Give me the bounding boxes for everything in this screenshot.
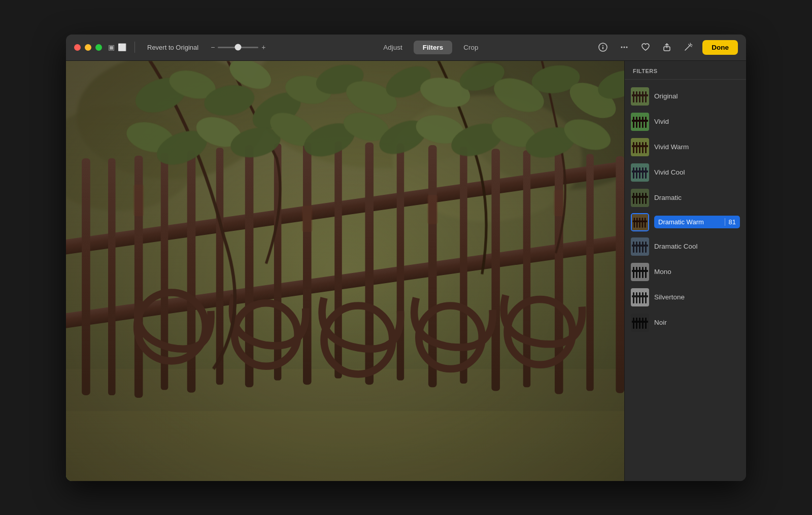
- svg-rect-108: [642, 193, 644, 204]
- svg-rect-100: [639, 167, 640, 179]
- brightness-slider-thumb[interactable]: [235, 44, 242, 51]
- info-button[interactable]: [596, 40, 610, 54]
- filter-item-dramatic[interactable]: Dramatic: [625, 185, 746, 211]
- filter-label-silvertone: Silvertone: [654, 293, 740, 301]
- filter-label-dramatic-warm: Dramatic Warm: [658, 218, 723, 226]
- filter-label-container-silvertone: Silvertone: [654, 291, 740, 303]
- filter-item-vivid-warm[interactable]: Vivid Warm: [625, 134, 746, 160]
- done-button[interactable]: Done: [702, 40, 738, 55]
- slider-plus-icon[interactable]: +: [261, 43, 265, 51]
- svg-rect-119: [633, 242, 634, 253]
- svg-rect-128: [639, 267, 640, 278]
- filter-thumbnail-original: [631, 87, 649, 106]
- svg-rect-75: [66, 61, 624, 481]
- brightness-slider-track[interactable]: [218, 47, 258, 48]
- svg-rect-106: [636, 193, 637, 204]
- svg-rect-93: [639, 142, 640, 153]
- svg-rect-115: [642, 218, 644, 228]
- more-button[interactable]: [617, 40, 631, 54]
- filter-thumbnail-vivid-warm: [631, 138, 649, 156]
- svg-rect-81: [645, 91, 647, 102]
- filter-label-vivid-cool: Vivid Cool: [654, 168, 740, 176]
- filter-thumbnail-vivid: [631, 113, 649, 131]
- filter-label-container-dramatic: Dramatic: [654, 192, 740, 203]
- filter-item-noir[interactable]: Noir: [625, 310, 746, 335]
- filter-thumbnail-vivid-cool: [631, 163, 649, 182]
- svg-rect-135: [639, 292, 640, 303]
- filter-label-container-vivid-warm: Vivid Warm: [654, 141, 740, 153]
- filter-label-vivid: Vivid: [654, 118, 740, 125]
- filter-item-dramatic-warm[interactable]: Dramatic Warm 81: [625, 211, 746, 234]
- svg-rect-101: [642, 167, 644, 179]
- filter-label-container-vivid-cool: Vivid Cool: [654, 166, 740, 178]
- minimize-button[interactable]: [85, 44, 91, 51]
- filter-label-mono: Mono: [654, 268, 740, 276]
- svg-rect-120: [636, 242, 637, 253]
- tab-crop[interactable]: Crop: [454, 41, 487, 54]
- filter-item-silvertone[interactable]: Silvertone: [625, 285, 746, 310]
- svg-rect-133: [633, 292, 634, 303]
- photo-area: [66, 61, 624, 481]
- svg-rect-102: [645, 167, 647, 179]
- svg-rect-91: [633, 142, 634, 153]
- svg-rect-88: [645, 117, 647, 128]
- svg-rect-116: [645, 218, 646, 228]
- svg-rect-103: [632, 170, 648, 173]
- filter-item-dramatic-cool[interactable]: Dramatic Cool: [625, 234, 746, 259]
- svg-rect-84: [633, 117, 634, 128]
- filter-thumbnail-silvertone: [631, 288, 649, 306]
- titlebar: ▣ ⬜ Revert to Original − + Adjust Filter…: [66, 35, 746, 61]
- svg-rect-85: [636, 117, 637, 128]
- photo-canvas: [66, 61, 624, 481]
- revert-button[interactable]: Revert to Original: [143, 42, 202, 53]
- svg-rect-96: [632, 145, 648, 147]
- share-button[interactable]: [660, 40, 674, 54]
- divider: [134, 42, 135, 53]
- filter-thumbnail-dramatic-warm: [631, 213, 649, 231]
- svg-rect-113: [636, 218, 638, 228]
- main-content: FILTERS Original: [66, 61, 746, 481]
- filter-label-container-mono: Mono: [654, 266, 740, 278]
- svg-rect-140: [633, 318, 634, 329]
- svg-rect-121: [639, 242, 640, 253]
- compare-view-icon[interactable]: ⬜: [118, 43, 126, 51]
- nav-tabs: Adjust Filters Crop: [374, 41, 487, 54]
- filter-item-original[interactable]: Original: [625, 84, 746, 109]
- filter-thumbnail-mono: [631, 263, 649, 281]
- svg-rect-78: [636, 91, 637, 102]
- filter-item-vivid-cool[interactable]: Vivid Cool: [625, 160, 746, 185]
- filter-label-dramatic: Dramatic: [654, 194, 740, 201]
- tab-adjust[interactable]: Adjust: [374, 41, 412, 54]
- filter-item-vivid[interactable]: Vivid: [625, 109, 746, 134]
- svg-rect-136: [642, 292, 644, 303]
- svg-rect-142: [639, 318, 640, 329]
- favorite-button[interactable]: [638, 40, 653, 54]
- svg-rect-131: [632, 270, 648, 272]
- magic-wand-button[interactable]: [681, 40, 695, 54]
- close-button[interactable]: [74, 44, 81, 51]
- tab-filters[interactable]: Filters: [414, 41, 453, 54]
- filter-label-vivid-warm: Vivid Warm: [654, 143, 740, 151]
- filter-label-dramatic-cool: Dramatic Cool: [654, 243, 740, 250]
- view-mode-icons: ▣ ⬜: [108, 43, 126, 51]
- filter-label-noir: Noir: [654, 319, 740, 326]
- maximize-button[interactable]: [95, 44, 102, 51]
- svg-rect-126: [633, 267, 634, 278]
- svg-rect-124: [632, 245, 648, 247]
- svg-rect-89: [632, 120, 648, 122]
- svg-rect-87: [642, 117, 644, 128]
- filter-item-mono[interactable]: Mono: [625, 259, 746, 285]
- svg-rect-99: [636, 167, 637, 179]
- svg-rect-134: [636, 292, 637, 303]
- slider-minus-icon[interactable]: −: [211, 43, 215, 51]
- svg-rect-105: [633, 193, 634, 204]
- selected-filter-label-container: Dramatic Warm 81: [654, 216, 740, 228]
- single-view-icon[interactable]: ▣: [108, 43, 115, 51]
- traffic-lights: [74, 44, 102, 51]
- svg-rect-94: [642, 142, 644, 153]
- filter-label-original: Original: [654, 92, 740, 100]
- svg-rect-138: [632, 295, 648, 297]
- svg-rect-122: [642, 242, 644, 253]
- svg-point-3: [621, 47, 623, 48]
- filter-label-container-vivid: Vivid: [654, 116, 740, 127]
